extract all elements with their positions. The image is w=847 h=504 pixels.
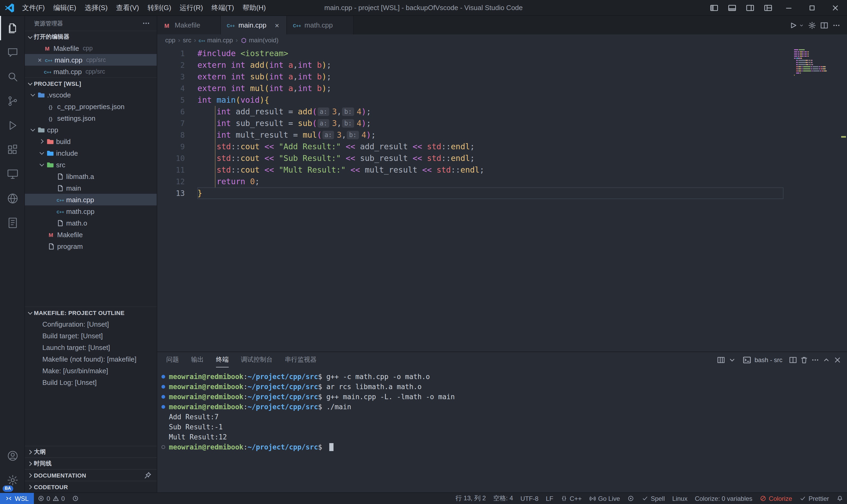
code-line[interactable]: 8 int mult_result = mul(a:3,b:4);	[157, 129, 847, 141]
tree-item-math.o[interactable]: math.o	[25, 217, 157, 229]
status-item-live-share[interactable]	[624, 493, 638, 504]
code-line[interactable]: 2extern int add(int a,int b);	[157, 59, 847, 71]
trash-button[interactable]	[800, 356, 808, 364]
code-line[interactable]: 12 return 0;	[157, 176, 847, 187]
editor-tab-main.cpp[interactable]: C++main.cpp×	[221, 16, 287, 34]
code-line[interactable]: 9 std::cout << "Add Result:" << add_resu…	[157, 141, 847, 152]
menu-item[interactable]: 选择(S)	[80, 2, 112, 13]
minimap[interactable]	[794, 49, 840, 77]
chevron-down-icon[interactable]	[799, 22, 804, 28]
code-line[interactable]: 11 std::cout << "Mult Result:" << mult_r…	[157, 164, 847, 176]
menu-item[interactable]: 运行(R)	[176, 2, 207, 13]
more-button[interactable]	[832, 21, 841, 30]
tree-item-main.cpp[interactable]: C++main.cpp	[25, 194, 157, 205]
code-line[interactable]: 7 int sub_result = sub(a:3,b:4);	[157, 118, 847, 129]
menu-item[interactable]: 查看(V)	[112, 2, 143, 13]
terminal[interactable]: meowrain@redmibook:~/project/cpp/src$ g+…	[157, 368, 847, 492]
status-item-colorize-count[interactable]: Colorize: 0 variables	[691, 493, 756, 504]
activity-account[interactable]	[0, 444, 24, 468]
code-line[interactable]: 10 std::cout << "Sub Result:" << sub_res…	[157, 152, 847, 164]
chevron-up-button[interactable]	[822, 356, 831, 364]
maximize-button[interactable]	[800, 0, 824, 16]
line-number[interactable]: 11	[157, 164, 197, 176]
command-decoration-dot[interactable]	[161, 375, 165, 379]
pin-icon[interactable]	[143, 471, 152, 480]
breadcrumb-item[interactable]: main(void)	[240, 37, 278, 44]
editor-tab-Makefile[interactable]: MMakefile×	[157, 16, 221, 34]
outline-item[interactable]: Configuration: [Unset]	[25, 319, 157, 330]
line-number[interactable]: 9	[157, 141, 197, 152]
status-item-eol[interactable]: LF	[542, 493, 557, 504]
toggle-panel-button[interactable]	[723, 0, 741, 16]
command-decoration-dot[interactable]	[161, 385, 165, 389]
editor-tab-math.cpp[interactable]: C++math.cpp×	[287, 16, 353, 34]
open-editors-header[interactable]: 打开的编辑器	[25, 31, 157, 42]
outline-item[interactable]: Build target: [Unset]	[25, 330, 157, 342]
tree-item-settings.json[interactable]: {}settings.json	[25, 112, 157, 124]
toggle-secondary-sidebar-button[interactable]	[741, 0, 759, 16]
close-button[interactable]	[833, 356, 842, 364]
section-DOCUMENTATION[interactable]: DOCUMENTATION	[25, 469, 157, 481]
line-number[interactable]: 8	[157, 129, 197, 141]
breadcrumb-item[interactable]: cpp	[165, 37, 176, 44]
terminal-session-select[interactable]: bash - src	[743, 356, 782, 364]
outline-item[interactable]: Build Log: [Unset]	[25, 377, 157, 388]
split-editor-button[interactable]	[789, 356, 797, 364]
activity-search[interactable]	[0, 65, 24, 89]
remote-indicator[interactable]: WSL	[0, 493, 34, 504]
tree-item-.vscode[interactable]: .vscode	[25, 89, 157, 101]
menu-item[interactable]: 编辑(E)	[49, 2, 80, 13]
outline-item[interactable]: Make: [/usr/bin/make]	[25, 365, 157, 377]
panel-tab-输出[interactable]: 输出	[191, 352, 204, 367]
breadcrumb-item[interactable]: C++main.cpp	[199, 37, 233, 44]
code-editor[interactable]: 1#include <iostream>2extern int add(int …	[157, 46, 847, 352]
activity-settings[interactable]: BA	[0, 468, 24, 492]
settings-gear-button[interactable]	[808, 21, 816, 30]
activity-remote-explorer[interactable]	[0, 162, 24, 186]
split-editor-button[interactable]	[820, 21, 828, 30]
panel-tab-调试控制台[interactable]: 调试控制台	[241, 352, 273, 367]
line-number[interactable]: 7	[157, 118, 197, 129]
activity-github[interactable]	[0, 186, 24, 211]
tree-item-include[interactable]: include	[25, 147, 157, 159]
status-item-prettier[interactable]: Prettier	[796, 493, 833, 504]
minimize-button[interactable]	[777, 0, 800, 16]
line-number[interactable]: 6	[157, 106, 197, 118]
activity-run-debug[interactable]	[0, 113, 24, 138]
code-line[interactable]: 3extern int sub(int a,int b);	[157, 71, 847, 83]
panel-tab-串行监视器[interactable]: 串行监视器	[285, 352, 317, 367]
status-item-encoding[interactable]: UTF-8	[517, 493, 542, 504]
more-actions-icon[interactable]	[142, 19, 150, 28]
code-line[interactable]: 5int main(void){	[157, 94, 847, 106]
open-editor-item[interactable]: ×C++main.cppcpp/src	[25, 54, 157, 66]
command-pending-dot[interactable]	[161, 445, 165, 449]
code-line[interactable]: 6 int add_result = add(a:3,b:4);	[157, 106, 847, 118]
menu-item[interactable]: 转到(G)	[143, 2, 176, 13]
breadcrumb-item[interactable]: src	[183, 37, 191, 44]
status-item-os-indicator[interactable]: Linux	[669, 493, 691, 504]
tree-item-src[interactable]: src	[25, 159, 157, 170]
customize-layout-button[interactable]	[759, 0, 777, 16]
panel-tab-终端[interactable]: 终端	[216, 352, 229, 367]
line-number[interactable]: 4	[157, 83, 197, 94]
status-item-language-mode[interactable]: C++	[557, 493, 585, 504]
outline-item[interactable]: Makefile (not found): [makefile]	[25, 354, 157, 365]
tree-item-c_cpp_properties.json[interactable]: {}c_cpp_properties.json	[25, 101, 157, 112]
activity-extensions[interactable]	[0, 138, 24, 162]
line-number[interactable]: 10	[157, 152, 197, 164]
tree-item-Makefile[interactable]: MMakefile	[25, 229, 157, 240]
menu-item[interactable]: 终端(T)	[207, 2, 238, 13]
line-number[interactable]: 1	[157, 48, 197, 59]
activity-explorer[interactable]	[0, 16, 24, 40]
status-item-cursor-position[interactable]: 行 13, 列 2	[452, 493, 490, 504]
activity-chat[interactable]	[0, 40, 24, 65]
status-item-history[interactable]	[69, 493, 83, 504]
close-button[interactable]	[824, 0, 847, 16]
line-number[interactable]: 2	[157, 59, 197, 71]
more-button[interactable]	[811, 356, 819, 364]
command-decoration-dot[interactable]	[161, 395, 165, 399]
open-editor-item[interactable]: C++math.cppcpp/src	[25, 66, 157, 77]
tree-item-main[interactable]: main	[25, 182, 157, 194]
status-item-indentation[interactable]: 空格: 4	[490, 493, 517, 504]
section-大纲[interactable]: 大纲	[25, 446, 157, 457]
